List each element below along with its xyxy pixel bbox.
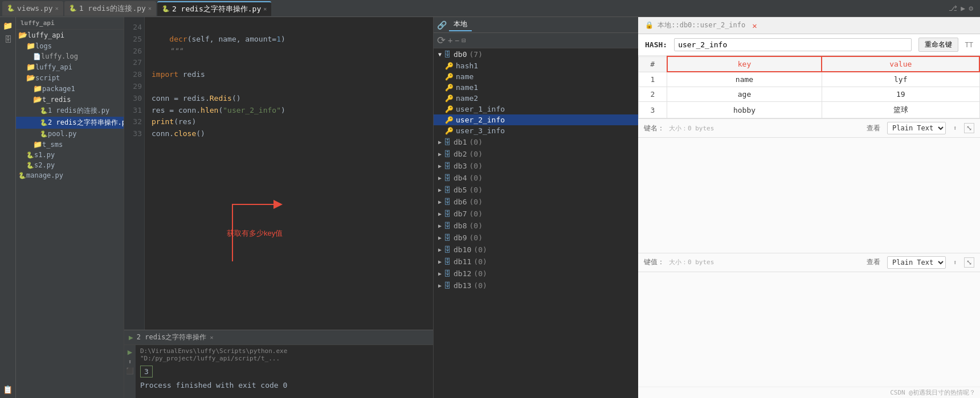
hash-row: HASH: 重命名键 TT: [638, 34, 980, 56]
tree-item-luffy-log[interactable]: 📄 luffy.log: [16, 51, 124, 61]
db4-item[interactable]: ▶ 🗄 db4 (0): [434, 172, 638, 184]
key-user3-info[interactable]: 🔑 user_3_info: [434, 125, 638, 136]
key-user2-info[interactable]: 🔑 user_2_info: [434, 114, 638, 125]
rename-key-btn[interactable]: 重命名键: [918, 38, 958, 52]
tree-item-t-redis[interactable]: 📂 t_redis: [16, 94, 124, 105]
run-side-buttons: ▶ ⬆ ⬛: [124, 345, 136, 398]
db-icon: 🗄: [444, 138, 451, 146]
tree-item-t-sms[interactable]: 📁 t_sms: [16, 139, 124, 150]
detail-table: # key value 1 name lyf 2 age: [638, 56, 980, 118]
key-name2[interactable]: 🔑 name2: [434, 93, 638, 104]
db-label: db2: [454, 150, 467, 158]
key-user1-info[interactable]: 🔑 user_1_info: [434, 104, 638, 114]
db11-item[interactable]: ▶ 🗄 db11 (0): [434, 256, 638, 268]
tree-item-manage[interactable]: 🐍 manage.py: [16, 170, 124, 180]
close-icon[interactable]: ✕: [55, 5, 59, 11]
db-label: db1: [454, 138, 467, 146]
db5-item[interactable]: ▶ 🗄 db5 (0): [434, 184, 638, 196]
watermark: CSDN @初遇我日寸的热情呢？: [638, 387, 980, 398]
db2-item[interactable]: ▶ 🗄 db2 (0): [434, 148, 638, 160]
close-icon[interactable]: ✕: [148, 5, 152, 11]
run-restart-icon[interactable]: ▶: [128, 347, 132, 356]
git-icon[interactable]: ⎇: [949, 4, 957, 13]
tt-btn[interactable]: TT: [965, 41, 973, 49]
db0-label: db0: [454, 50, 467, 59]
key-name-view-btn[interactable]: 查看: [864, 122, 883, 134]
folder-icon: 📁: [26, 63, 35, 71]
run-icon[interactable]: ▶: [961, 4, 965, 13]
add-icon[interactable]: +: [448, 36, 452, 44]
col-value-header[interactable]: value: [822, 56, 979, 72]
run-play-icon[interactable]: ▶: [129, 333, 133, 342]
tree-item-logs[interactable]: 📁 logs: [16, 40, 124, 51]
delete-icon[interactable]: −: [455, 37, 459, 44]
run-close-btn[interactable]: ✕: [210, 334, 213, 340]
db3-item[interactable]: ▶ 🗄 db3 (0): [434, 160, 638, 172]
db7-item[interactable]: ▶ 🗄 db7 (0): [434, 208, 638, 220]
db6-item[interactable]: ▶ 🗄 db6 (0): [434, 196, 638, 208]
run-command: D:\VirtualEnvs\luffy\Scripts\python.exe …: [140, 347, 428, 362]
db-label: db3: [454, 162, 467, 170]
db13-item[interactable]: ▶ 🗄 db13 (0): [434, 280, 638, 292]
key-label: name: [456, 72, 473, 81]
db12-item[interactable]: ▶ 🗄 db12 (0): [434, 268, 638, 280]
sidebar-git-btn[interactable]: 📋: [2, 383, 14, 396]
close-icon[interactable]: ✕: [263, 6, 267, 12]
tree-item-redis-connect[interactable]: 🐍 1 redis的连接.py: [16, 105, 124, 117]
tree-label: s1.py: [34, 151, 55, 159]
key-name-format-select[interactable]: Plain Text: [887, 122, 946, 134]
py-icon: 🐍: [162, 5, 170, 13]
tree-label: script: [35, 74, 60, 82]
key-hash1[interactable]: 🔑 hash1: [434, 60, 638, 71]
tree-item-luffy-api-sub[interactable]: 📁 luffy_api: [16, 61, 124, 72]
project-tree: luffy_api 📂 luffy_api 📁 logs 📄 luffy.log…: [16, 17, 124, 398]
folder-icon: 📂: [33, 95, 42, 104]
filter-icon[interactable]: ⊟: [462, 37, 466, 44]
key-value-format-select[interactable]: Plain Text: [887, 256, 946, 269]
tab-redis-connect[interactable]: 🐍 1 redis的连接.py ✕: [64, 1, 156, 16]
settings-icon[interactable]: ⚙: [969, 4, 973, 13]
hash-input[interactable]: [674, 38, 911, 51]
sidebar-project-btn[interactable]: 📁: [2, 19, 14, 32]
line-numbers: 24252627 28293031 3233: [124, 17, 145, 330]
db0-header[interactable]: ▼ 🗄 db0 (7): [434, 48, 638, 60]
tree-item-s2[interactable]: 🐍 s2.py: [16, 160, 124, 170]
col-key-header[interactable]: key: [667, 56, 822, 72]
tree-item-luffy-api[interactable]: 📂 luffy_api: [16, 30, 124, 40]
copy-icon[interactable]: ⬆: [950, 259, 959, 266]
table-row[interactable]: 1 name lyf: [639, 72, 980, 87]
refresh-icon[interactable]: ⟳: [437, 35, 446, 46]
db9-item[interactable]: ▶ 🗄 db9 (0): [434, 232, 638, 244]
arrow-right-icon: ▶: [438, 247, 442, 253]
key-name1[interactable]: 🔑 name1: [434, 82, 638, 93]
run-title: 2 redis之字符串操作: [137, 333, 207, 342]
db10-item[interactable]: ▶ 🗄 db10 (0): [434, 244, 638, 256]
table-row[interactable]: 2 age 19: [639, 87, 980, 102]
db-label: db11: [454, 257, 471, 266]
detail-close-btn[interactable]: ✕: [752, 21, 757, 30]
db1-item[interactable]: ▶ 🗄 db1 (0): [434, 136, 638, 148]
tab-redis-string[interactable]: 🐍 2 redis之字符串操作.py ✕: [157, 1, 271, 16]
expand-icon[interactable]: ⤡: [964, 257, 974, 268]
run-scroll-icon[interactable]: ⬛: [126, 367, 134, 375]
key-name[interactable]: 🔑 name: [434, 71, 638, 82]
db-label: db7: [454, 210, 467, 218]
db-count: (0): [473, 269, 487, 278]
redis-tab-local[interactable]: 本地: [449, 18, 472, 31]
expand-icon[interactable]: ⤡: [964, 123, 974, 133]
tree-item-pool[interactable]: 🐍 pool.py: [16, 129, 124, 139]
db8-item[interactable]: ▶ 🗄 db8 (0): [434, 220, 638, 232]
sidebar-db-btn[interactable]: 🗄: [2, 33, 14, 46]
tree-item-script[interactable]: 📂 script: [16, 72, 124, 83]
tab-views-py[interactable]: 🐍 views.py ✕: [2, 1, 63, 16]
ide-sidebar: 📁 🗄 📋: [0, 17, 16, 398]
tree-item-package1[interactable]: 📁 package1: [16, 83, 124, 94]
copy-icon[interactable]: ⬆: [950, 124, 959, 132]
key-value-view-btn[interactable]: 查看: [864, 256, 883, 268]
db-count: (0): [469, 174, 483, 182]
tree-item-redis-string[interactable]: 🐍 2 redis之字符串操作.p: [16, 117, 124, 129]
table-row[interactable]: 3 hobby 篮球: [639, 102, 980, 118]
code-editor[interactable]: decr(self, name, amount=1) """ import re…: [145, 17, 433, 330]
tree-item-s1[interactable]: 🐍 s1.py: [16, 150, 124, 160]
run-stop-icon[interactable]: ⬆: [128, 358, 132, 366]
